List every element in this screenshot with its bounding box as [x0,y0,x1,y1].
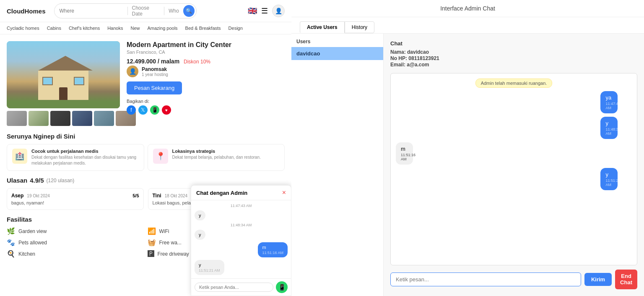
search-where-input[interactable] [55,8,127,14]
chat-popup-header: Chat dengan Admin × [191,186,291,200]
features-grid: 🏥 Cocok untuk perjalanan medis Dekat den… [7,144,285,171]
admin-msg-sent-1: y 11:48:34 AM [600,117,632,139]
admin-msg-received-0: m 11:51:16 AM [396,142,427,165]
reviewer-date-0: 19 Okt 2024 [27,194,49,198]
thumbnail-row [7,111,120,126]
host-row: 👤 Panomsak 1 year hosting [127,65,285,77]
thumbnail-3[interactable] [50,111,70,126]
house-window-left [42,77,53,85]
sent-bubble-2: y 11:51:21 AM [600,168,618,190]
nav-item-pools[interactable]: Amazing pools [147,26,177,31]
property-location: San Francisco, CA [127,50,285,55]
kirim-button[interactable]: Kirim [584,273,612,286]
location-icon: 📍 [153,149,168,164]
admin-tabs: Active Users History [291,17,644,34]
thumbnail-2[interactable] [29,111,49,126]
received-bubble-0: m 11:51:16 AM [396,142,413,165]
reviews-header: Ulasan 4.9/5 (120 ulasan) [7,177,285,184]
chat-popup-close-button[interactable]: × [282,189,286,196]
admin-header-title: Interface Admin Chat [440,5,495,12]
admin-chat-messages: Admin telah memasuki ruangan. ya 11:47:4… [390,73,637,265]
nav-item-cycladic[interactable]: Cycladic homes [7,26,39,31]
nohp-value: 08118123921 [408,55,439,61]
fasilitas-wash-label: Free wa... [159,240,182,246]
feature-medical-title: Cocok untuk perjalanan medis [31,149,139,154]
review-item-0: Asep 19 Okt 2024 5/5 bagus, nyaman! [7,188,144,210]
house-door [59,87,68,100]
fasilitas-wifi-label: WiFi [159,228,169,234]
host-sub: 1 year hosting [142,72,168,77]
search-date[interactable]: Choose Date [127,5,164,17]
review-score-0: 5/5 [132,193,139,198]
reviewer-name-1: Tini [153,193,161,199]
user-avatar-button[interactable]: 👤 [272,5,285,17]
house-roof [38,56,93,71]
chat-popup-input[interactable] [195,283,273,292]
sent-time-2: 11:51:21 AM [605,178,613,187]
category-nav: Cycladic homes Cabins Chef's kitchens Ha… [0,22,291,34]
whatsapp-send-button[interactable]: 📱 [276,281,288,293]
user-item-davidcao[interactable]: davidcao [291,47,383,60]
hamburger-menu-icon[interactable]: ☰ [261,6,268,16]
fasilitas-pets: 🐾 Pets allowed [7,238,144,246]
sent-time-0: 11:47:43 AM [605,102,613,110]
user-info-nohp: No HP: 08118123921 [390,55,637,61]
end-chat-button[interactable]: EndChat [615,270,637,289]
chat-section-label: Chat [390,40,637,47]
feature-medical-info: Cocok untuk perjalanan medis Dekat denga… [31,149,139,166]
chat-popup-input-row: 📱 [191,278,291,296]
chat-popup-messages: 11:47:43 AM y 11:48:34 AM y m11:51:16 AM… [191,200,291,278]
admin-chat-input[interactable] [390,272,581,286]
house-illustration [38,71,88,100]
tab-active-users[interactable]: Active Users [300,21,345,33]
medical-icon: 🏥 [12,149,27,164]
users-label: Users [291,39,383,47]
property-title: Modern Apartment in City Center [127,41,285,49]
system-message: Admin telah memasuki ruangan. [396,79,632,88]
wash-icon: 🧺 [148,238,156,246]
chat-bubble-received-2: y11:51:21 AM [195,260,224,275]
user-info-email: Email: a@a.com [390,62,637,68]
search-who[interactable]: Who [164,8,183,14]
thumbnail-5[interactable] [94,111,114,126]
facebook-share-icon[interactable]: f [127,105,136,115]
feature-location: 📍 Lokasinya strategis Dekat tempat belan… [148,144,285,171]
house-body [38,71,88,100]
user-info-nama: Nama: davidcao [390,49,637,55]
twitter-share-icon[interactable]: 𝕏 [138,105,148,115]
main-property-image [7,41,120,108]
header-right: 🇬🇧 ☰ 👤 [248,5,285,17]
language-flag-icon[interactable]: 🇬🇧 [248,6,257,16]
nav-item-bnb[interactable]: Bed & Breakfasts [185,26,221,31]
pinterest-share-icon[interactable]: ♥ [162,105,171,115]
reviewer-date-1: 18 Okt 2024 [165,194,187,198]
reviews-count: (120 ulasan) [47,178,75,183]
thumbnail-4[interactable] [72,111,92,126]
admin-msg-sent-0: ya 11:47:43 AM [600,91,632,113]
whatsapp-share-icon[interactable]: 📱 [150,105,159,115]
reviewer-name-0: Asep [11,193,23,199]
pesan-sekarang-button[interactable]: Pesan Sekarang [127,81,182,94]
nav-item-new[interactable]: New [130,26,140,31]
host-info: Panomsak 1 year hosting [142,66,168,77]
parking-icon: 🅿 [148,250,154,258]
nohp-label: No HP: [390,55,407,61]
chat-popup-title: Chat dengan Admin [196,190,247,196]
property-section: Modern Apartment in City Center San Fran… [7,41,285,126]
header: CloudHomes Choose Date Who 🔍 🇬🇧 ☰ 👤 [0,0,291,22]
feature-medical: 🏥 Cocok untuk perjalanan medis Dekat den… [7,144,144,171]
tab-history[interactable]: History [345,21,374,33]
nav-item-hanoks[interactable]: Hanoks [107,26,123,31]
search-bar: Choose Date Who 🔍 [54,3,197,18]
logo: CloudHomes [7,8,46,15]
search-button[interactable]: 🔍 [183,5,195,17]
chat-bubble-sent-0: m11:51:16 AM [258,242,288,257]
sent-time-1: 11:48:34 AM [605,127,613,136]
nav-item-cabins[interactable]: Cabins [47,26,61,31]
nama-label: Nama: [390,49,406,55]
nav-item-chefs[interactable]: Chef's kitchens [69,26,100,31]
thumbnail-1[interactable] [7,111,27,126]
nav-item-design[interactable]: Design [229,26,243,31]
email-value: a@a.com [407,62,429,68]
property-info: Modern Apartment in City Center San Fran… [127,41,285,126]
